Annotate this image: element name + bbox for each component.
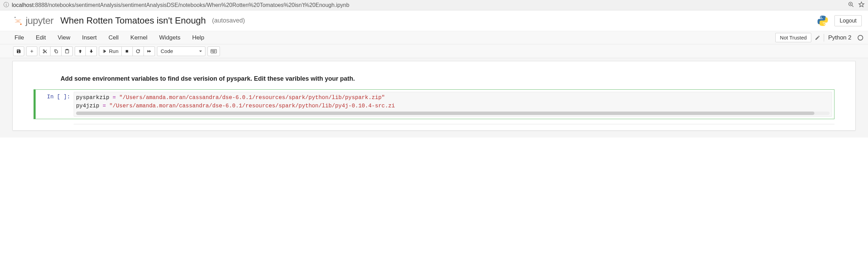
run-button[interactable]: Run bbox=[99, 46, 122, 56]
svg-point-12 bbox=[212, 50, 212, 51]
cell-type-select-wrap: Code bbox=[157, 46, 205, 56]
restart-run-all-button[interactable] bbox=[144, 46, 155, 56]
url-port: :8888 bbox=[34, 2, 47, 8]
menu-file[interactable]: File bbox=[15, 34, 24, 41]
jupyter-wordmark: jupyter bbox=[26, 15, 54, 26]
autosave-status: (autosaved) bbox=[212, 17, 245, 24]
copy-button[interactable] bbox=[50, 46, 62, 56]
svg-point-16 bbox=[212, 51, 212, 51]
menu-kernel[interactable]: Kernel bbox=[130, 34, 147, 41]
notebook-title[interactable]: When Rotten Tomatoes isn't Enough bbox=[61, 15, 206, 26]
svg-marker-4 bbox=[859, 2, 864, 7]
notebook-inner: Add some environment variables to find d… bbox=[12, 61, 856, 131]
save-icon bbox=[16, 49, 21, 54]
menu-widgets[interactable]: Widgets bbox=[159, 34, 180, 41]
move-group bbox=[75, 46, 97, 56]
menu-help[interactable]: Help bbox=[192, 34, 204, 41]
restart-icon bbox=[136, 49, 140, 54]
info-icon[interactable]: ⓘ bbox=[3, 1, 9, 9]
run-group: Run bbox=[99, 46, 155, 56]
svg-point-13 bbox=[213, 50, 213, 51]
svg-point-18 bbox=[214, 51, 214, 51]
cell-type-select[interactable]: Code bbox=[157, 46, 205, 56]
menubar: File Edit View Insert Cell Kernel Widget… bbox=[0, 31, 868, 44]
add-cell-button[interactable] bbox=[26, 46, 37, 56]
cut-button[interactable] bbox=[39, 46, 50, 56]
menu-edit[interactable]: Edit bbox=[36, 34, 46, 41]
notebook-area: Add some environment variables to find d… bbox=[0, 58, 868, 138]
code-line[interactable]: pysparkzip = "/Users/amanda.moran/cassan… bbox=[76, 94, 830, 102]
paste-icon bbox=[65, 49, 70, 54]
arrow-up-icon bbox=[78, 49, 83, 54]
zoom-icon[interactable] bbox=[848, 1, 854, 9]
scrollbar-thumb[interactable] bbox=[76, 112, 814, 115]
notebook-header: jupyter When Rotten Tomatoes isn't Enoug… bbox=[0, 10, 868, 31]
svg-point-17 bbox=[213, 51, 213, 51]
svg-point-8 bbox=[824, 24, 825, 25]
menu-view[interactable]: View bbox=[58, 34, 71, 41]
python-icon bbox=[816, 15, 829, 27]
menu-insert[interactable]: Insert bbox=[82, 34, 97, 41]
svg-point-14 bbox=[214, 50, 214, 51]
markdown-cell-heading[interactable]: Add some environment variables to find d… bbox=[61, 75, 834, 82]
save-button[interactable] bbox=[13, 46, 24, 56]
restart-button[interactable] bbox=[133, 46, 144, 56]
run-label: Run bbox=[109, 48, 119, 54]
svg-point-19 bbox=[215, 51, 215, 51]
code-cell[interactable]: In [ ]: pysparkzip = "/Users/amanda.mora… bbox=[34, 89, 834, 119]
horizontal-scrollbar[interactable] bbox=[76, 112, 830, 115]
svg-point-7 bbox=[821, 17, 822, 18]
code-line[interactable]: py4jzip = "/Users/amanda.moran/cassandra… bbox=[76, 102, 830, 110]
kernel-indicator-icon[interactable] bbox=[858, 35, 863, 41]
keyboard-icon bbox=[211, 49, 217, 54]
toolbar: Run Code bbox=[0, 44, 868, 58]
move-up-button[interactable] bbox=[75, 46, 86, 56]
code-input-area[interactable]: pysparkzip = "/Users/amanda.moran/cassan… bbox=[74, 92, 832, 117]
svg-line-1 bbox=[852, 5, 853, 7]
bookmark-star-icon[interactable] bbox=[858, 1, 865, 9]
edit-icon[interactable] bbox=[815, 35, 820, 41]
menu-cell[interactable]: Cell bbox=[109, 34, 119, 41]
next-cell-border bbox=[74, 124, 834, 127]
url-host: localhost bbox=[12, 2, 34, 8]
logout-button[interactable]: Logout bbox=[834, 15, 862, 26]
interrupt-button[interactable] bbox=[122, 46, 133, 56]
command-palette-button[interactable] bbox=[207, 46, 220, 56]
fast-forward-icon bbox=[147, 49, 151, 54]
arrow-down-icon bbox=[89, 49, 94, 54]
divider bbox=[824, 34, 824, 42]
svg-point-5 bbox=[15, 17, 16, 18]
jupyter-icon bbox=[13, 16, 23, 26]
url-path: /notebooks/sentimentAnalysis/sentimentAn… bbox=[47, 2, 349, 8]
svg-point-15 bbox=[215, 50, 215, 51]
kernel-name[interactable]: Python 2 bbox=[828, 34, 851, 41]
edit-group bbox=[39, 46, 73, 56]
trust-status[interactable]: Not Trusted bbox=[775, 33, 811, 42]
move-down-button[interactable] bbox=[86, 46, 97, 56]
copy-icon bbox=[54, 49, 58, 54]
stop-icon bbox=[124, 49, 129, 54]
url-text[interactable]: localhost:8888/notebooks/sentimentAnalys… bbox=[12, 2, 848, 8]
run-icon bbox=[102, 49, 107, 54]
jupyter-logo[interactable]: jupyter bbox=[13, 15, 54, 26]
svg-rect-9 bbox=[55, 51, 57, 53]
input-prompt: In [ ]: bbox=[36, 92, 74, 117]
cut-icon bbox=[43, 49, 47, 54]
svg-rect-10 bbox=[126, 50, 128, 52]
plus-icon bbox=[29, 49, 34, 54]
paste-button[interactable] bbox=[62, 46, 73, 56]
svg-point-6 bbox=[20, 23, 21, 25]
browser-address-bar: ⓘ localhost:8888/notebooks/sentimentAnal… bbox=[0, 0, 868, 10]
